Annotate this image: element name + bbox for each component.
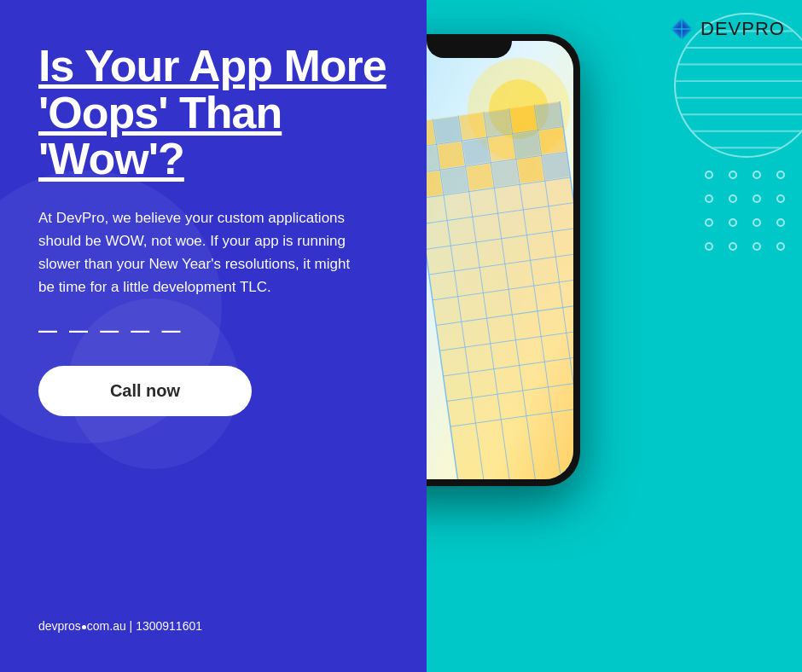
svg-rect-39 (510, 106, 538, 133)
dot-4 (776, 171, 785, 179)
svg-rect-36 (434, 117, 462, 144)
svg-rect-52 (543, 153, 570, 180)
svg-rect-37 (459, 113, 486, 140)
svg-rect-46 (539, 128, 567, 155)
left-panel: Is Your App More 'Oops' Than 'Wow'? At D… (0, 0, 427, 672)
right-panel: DEVPRO (427, 0, 802, 672)
svg-rect-48 (441, 167, 468, 194)
dot-1 (705, 171, 713, 179)
dot-3 (753, 171, 761, 179)
headline: Is Your App More 'Oops' Than 'Wow'? (38, 43, 388, 182)
dot-6 (729, 194, 737, 203)
svg-rect-43 (462, 138, 490, 165)
dot-10 (729, 218, 737, 227)
dot-12 (776, 218, 785, 227)
svg-rect-51 (517, 156, 544, 183)
dot-15 (753, 242, 761, 251)
footer-website: devproscom.au | 1300911601 (38, 619, 202, 633)
main-content: Is Your App More 'Oops' Than 'Wow'? At D… (38, 34, 388, 618)
logo-text: DEVPRO (700, 18, 785, 40)
logo-pro: PRO (741, 18, 785, 39)
footer: devproscom.au | 1300911601 (38, 618, 388, 638)
phone-frame (427, 34, 580, 486)
logo-area: DEVPRO (670, 17, 785, 41)
phone-mockup (427, 34, 597, 512)
svg-rect-49 (467, 164, 494, 191)
phone-notch (427, 34, 512, 58)
phone-screen (427, 41, 573, 479)
svg-rect-42 (438, 142, 465, 169)
dot-11 (753, 218, 761, 227)
dot-8 (776, 194, 785, 203)
svg-rect-45 (514, 131, 541, 159)
dots-grid-decoration (705, 171, 785, 251)
dot-14 (729, 242, 737, 251)
dot-2 (729, 171, 737, 179)
svg-rect-38 (485, 109, 512, 136)
dot-13 (705, 242, 713, 251)
devpro-logo-icon (670, 17, 694, 41)
logo-dev: DEV (700, 18, 741, 39)
divider: — — — — — (38, 320, 388, 342)
dot-9 (705, 218, 713, 227)
svg-rect-40 (535, 102, 562, 130)
call-now-button[interactable]: Call now (38, 366, 252, 416)
building-svg (427, 41, 573, 479)
description: At DevPro, we believe your custom applic… (38, 206, 363, 299)
dot-16 (776, 242, 785, 251)
dot-7 (753, 194, 761, 203)
svg-rect-44 (488, 135, 515, 162)
dot-5 (705, 194, 713, 203)
page-container: Is Your App More 'Oops' Than 'Wow'? At D… (0, 0, 802, 672)
svg-rect-50 (491, 160, 519, 188)
